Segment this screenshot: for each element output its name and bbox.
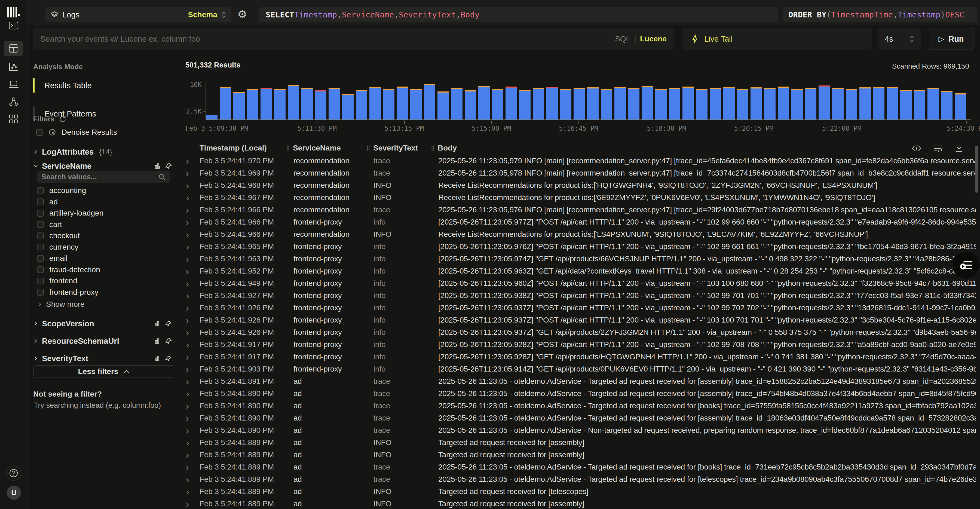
filter-value-accounting[interactable]: accounting	[37, 186, 86, 195]
bar-chart-icon[interactable]	[154, 355, 161, 362]
log-row[interactable]: ›Feb 3 5:24:41.963 PMfrontend-proxyinfo[…	[180, 253, 980, 265]
filter-value-currency[interactable]: currency	[37, 243, 78, 251]
checkbox[interactable]	[37, 255, 44, 262]
expand-row-icon[interactable]: ›	[186, 241, 189, 252]
expand-row-icon[interactable]: ›	[186, 302, 189, 313]
log-row[interactable]: ›Feb 3 5:24:41.967 PMrecommendationINFOR…	[180, 191, 980, 204]
log-row[interactable]: ›Feb 3 5:24:41.927 PMfrontend-proxyinfo[…	[180, 289, 980, 302]
filter-value-frontend[interactable]: frontend	[37, 277, 77, 285]
filter-value-email[interactable]: email	[37, 254, 67, 262]
chart-bar[interactable]	[397, 87, 408, 119]
chart-bar[interactable]	[301, 87, 313, 119]
refresh-icon[interactable]	[59, 115, 67, 123]
chart-bar[interactable]	[723, 87, 735, 119]
expand-row-icon[interactable]: ›	[186, 376, 189, 387]
chart-bar[interactable]	[696, 89, 708, 119]
drag-handle-icon[interactable]	[431, 145, 435, 151]
expand-row-icon[interactable]: ›	[186, 425, 189, 436]
expand-row-icon[interactable]: ›	[186, 364, 189, 374]
filter-value-artillery-loadgen[interactable]: artillery-loadgen	[37, 209, 103, 218]
expand-row-icon[interactable]: ›	[186, 217, 189, 227]
log-row[interactable]: ›Feb 3 5:24:41.891 PMadtrace2025-05-26 1…	[180, 375, 980, 387]
expand-row-icon[interactable]: ›	[186, 315, 189, 325]
log-row[interactable]: ›Feb 3 5:24:41.926 PMfrontend-proxyinfo[…	[180, 314, 980, 326]
chart-bar[interactable]	[791, 89, 803, 119]
chart-bar[interactable]	[655, 89, 667, 119]
log-row[interactable]: ›Feb 3 5:24:41.889 PMadINFOTargeted ad r…	[180, 498, 980, 509]
expand-row-icon[interactable]: ›	[186, 204, 189, 215]
chart-bar[interactable]	[546, 87, 558, 119]
chart-bar[interactable]	[438, 91, 449, 119]
chart-bar[interactable]	[805, 87, 816, 119]
log-row[interactable]: ›Feb 3 5:24:41.890 PMadtrace2025-05-26 1…	[180, 424, 980, 436]
less-filters-button[interactable]: Less filters	[33, 365, 174, 378]
chart-bar[interactable]	[274, 89, 286, 119]
pin-icon[interactable]	[165, 355, 172, 362]
wrap-lines-icon[interactable]	[934, 145, 942, 152]
expand-row-icon[interactable]: ›	[186, 253, 189, 264]
log-row[interactable]: ›Feb 3 5:24:41.889 PMadINFOTargeted ad r…	[180, 436, 980, 449]
live-scroll-fab[interactable]	[952, 251, 980, 279]
log-row[interactable]: ›Feb 3 5:24:41.890 PMadtrace2025-05-26 1…	[180, 399, 980, 412]
chart-bar[interactable]	[315, 91, 326, 119]
checkbox[interactable]	[37, 278, 44, 285]
filter-value-cart[interactable]: cart	[37, 220, 62, 229]
log-row[interactable]: ›Feb 3 5:24:41.926 PMfrontend-proxyinfo[…	[180, 302, 980, 314]
expand-row-icon[interactable]: ›	[186, 180, 189, 191]
select-clause-editor[interactable]: SELECT Timestamp, ServiceName, SeverityT…	[259, 7, 778, 22]
checkbox[interactable]	[37, 289, 44, 296]
checkbox[interactable]	[37, 232, 44, 239]
log-row[interactable]: ›Feb 3 5:24:41.966 PMrecommendationINFOR…	[180, 228, 980, 240]
expand-row-icon[interactable]: ›	[186, 413, 189, 423]
log-row[interactable]: ›Feb 3 5:24:41.965 PMfrontend-proxyinfo[…	[180, 240, 980, 253]
filter-value-checkout[interactable]: checkout	[37, 231, 80, 240]
filter-value-frontend-proxy[interactable]: frontend-proxy	[37, 288, 99, 297]
log-row[interactable]: ›Feb 3 5:24:41.970 PMrecommendationtrace…	[180, 154, 980, 167]
expand-row-icon[interactable]: ›	[186, 278, 189, 288]
expand-row-icon[interactable]: ›	[186, 401, 189, 411]
laptop-icon[interactable]	[8, 81, 19, 89]
results-histogram[interactable]: 10K2.5KFeb 3 5:09:30 PM5:11:30 PM5:13:15…	[180, 76, 980, 133]
chart-bar[interactable]	[778, 87, 789, 119]
chart-bar[interactable]	[887, 87, 898, 119]
log-row[interactable]: ›Feb 3 5:24:41.968 PMrecommendationINFOR…	[180, 179, 980, 191]
search-table-nav-active[interactable]	[4, 41, 24, 56]
checkbox[interactable]	[37, 266, 44, 273]
chart-bar[interactable]	[261, 88, 272, 119]
log-row[interactable]: ›Feb 3 5:24:41.890 PMadtrace2025-05-26 1…	[180, 412, 980, 424]
terminal-panel-icon[interactable]	[9, 22, 19, 30]
expand-row-icon[interactable]: ›	[186, 462, 189, 472]
chart-bar[interactable]	[900, 90, 912, 119]
chart-bar[interactable]	[519, 90, 531, 119]
column-header-body[interactable]: Body	[431, 144, 457, 153]
log-row[interactable]: ›Feb 3 5:24:41.889 PMadINFOTargeted ad r…	[180, 485, 980, 498]
chart-bar[interactable]	[928, 87, 939, 119]
gear-icon[interactable]: ⚙	[237, 6, 247, 22]
log-row[interactable]: ›Feb 3 5:24:41.917 PMfrontend-proxyinfo[…	[180, 351, 980, 363]
chart-bar[interactable]	[478, 86, 490, 119]
expand-row-icon[interactable]: ›	[186, 290, 189, 301]
filter-group-servicename[interactable]: ServiceName	[33, 159, 172, 173]
expand-row-icon[interactable]: ›	[186, 229, 189, 240]
log-row[interactable]: ›Feb 3 5:24:41.890 PMadtrace2025-05-26 1…	[180, 387, 980, 399]
expand-row-icon[interactable]: ›	[186, 352, 189, 362]
chart-bar[interactable]	[329, 87, 340, 119]
column-header-timestamp[interactable]: Timestamp (Local)	[200, 144, 267, 153]
checkbox[interactable]	[37, 199, 44, 205]
lucene-toggle[interactable]: Lucene	[640, 35, 667, 43]
chart-bar[interactable]	[356, 90, 367, 119]
chart-bar[interactable]	[873, 87, 885, 119]
run-button[interactable]: ▷ Run	[929, 28, 974, 50]
pin-icon[interactable]	[165, 162, 172, 170]
chart-bar[interactable]	[424, 84, 435, 119]
expand-row-icon[interactable]: ›	[186, 327, 189, 337]
chart-bar[interactable]	[342, 94, 354, 119]
log-row[interactable]: ›Feb 3 5:24:41.969 PMrecommendationtrace…	[180, 167, 980, 179]
vertical-scrollbar[interactable]	[975, 146, 978, 193]
chart-bar[interactable]	[642, 86, 653, 119]
chart-bar[interactable]	[451, 88, 463, 119]
log-row[interactable]: ›Feb 3 5:24:41.952 PMfrontend-proxyinfo[…	[180, 265, 980, 277]
filter-value-fraud-detection[interactable]: fraud-detection	[37, 266, 100, 274]
denoise-checkbox[interactable]	[36, 129, 43, 136]
expand-row-icon[interactable]: ›	[186, 486, 189, 497]
